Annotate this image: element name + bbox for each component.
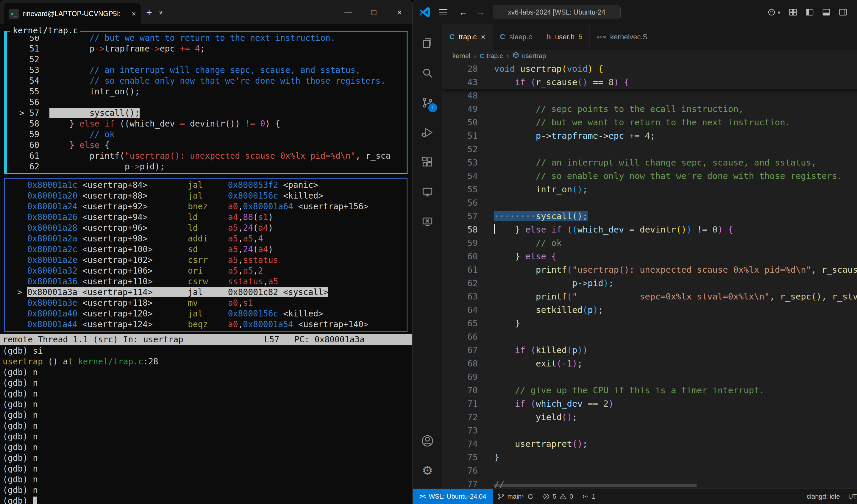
- token: [525, 345, 531, 355]
- token: }: [494, 318, 520, 329]
- settings-gear-icon[interactable]: ⚙: [413, 456, 442, 486]
- terminal-body[interactable]: kernel/trap.c 50 // but we want to retur…: [0, 24, 412, 504]
- token: , r_sca: [355, 151, 390, 161]
- token: <usertrap+140>: [293, 319, 369, 329]
- token: if: [515, 77, 525, 87]
- token: (gdb) n: [3, 442, 38, 452]
- token: ): [583, 77, 588, 87]
- breadcrumb-usertrap[interactable]: usertrap: [512, 51, 546, 61]
- tab-close-icon[interactable]: ×: [132, 9, 136, 18]
- account-icon[interactable]: [413, 426, 442, 456]
- gdb-asm-lines: 0x80001a1c <usertrap+84> jal 0x800053f2 …: [7, 180, 407, 330]
- remote-x-icon[interactable]: [413, 207, 442, 237]
- token: 8: [608, 77, 614, 87]
- gdb-asm-line: 0x80001a28 <usertrap+96> ld a5,24(a4): [7, 223, 407, 233]
- line-number: 60: [442, 250, 494, 263]
- token: (gdb) n: [3, 485, 38, 495]
- token: 0x80001a2c: [27, 245, 78, 254]
- token: killed: [536, 345, 567, 355]
- token: else: [80, 140, 99, 150]
- breadcrumb-trap-c[interactable]: C trap.c: [480, 52, 503, 60]
- chevron-down-icon[interactable]: ∨: [777, 10, 781, 15]
- token: printf: [536, 291, 567, 302]
- token: [208, 234, 228, 243]
- editor-line: 66: [442, 330, 857, 343]
- new-tab-button[interactable]: +: [146, 6, 152, 18]
- token: [494, 77, 515, 87]
- extensions-icon[interactable]: [413, 147, 442, 177]
- explorer-icon[interactable]: [413, 28, 442, 58]
- token: a5: [228, 234, 238, 243]
- token: 2: [603, 399, 608, 409]
- token: 0x80001a3a <usertrap+114> jal 0x80001c82…: [27, 287, 328, 297]
- token: a5: [228, 255, 238, 265]
- editor-layout-icon[interactable]: [789, 8, 797, 17]
- token: ;: [583, 184, 588, 195]
- error-icon: [542, 493, 550, 500]
- tab-user-h[interactable]: h user.h 5: [539, 24, 590, 50]
- command-center[interactable]: xv6-labs-2024 [WSL: Ubuntu-24: [493, 5, 621, 19]
- problems-status[interactable]: 5 0: [538, 493, 577, 500]
- token: yield: [536, 412, 562, 422]
- tab-sleep-c[interactable]: C sleep.c: [493, 24, 539, 50]
- token: if: [104, 119, 115, 129]
- tab-dropdown-icon[interactable]: ∨: [159, 9, 163, 16]
- token: (: [253, 245, 258, 254]
- terminal-tab[interactable]: >_ rinevard@LAPTOP-UCVNGP5I: ×: [4, 3, 141, 24]
- token: ((which_dev: [115, 119, 180, 129]
- copilot-icon[interactable]: ∨: [767, 8, 781, 17]
- encoding-status[interactable]: UTF-8: [844, 493, 857, 500]
- terminal-close-button[interactable]: ×: [387, 0, 412, 24]
- asm-file-icon: ASM: [597, 35, 606, 39]
- gdb-command-log[interactable]: (gdb) siusertrap () at kernel/trap.c:28(…: [3, 346, 412, 504]
- token: 58: [29, 119, 49, 129]
- token: (gdb): [3, 496, 33, 504]
- tab-close-icon[interactable]: ×: [481, 32, 485, 42]
- token: [546, 251, 551, 262]
- token: ,: [238, 234, 243, 243]
- token: r_scause: [536, 77, 577, 87]
- current-line-marker: [9, 151, 29, 161]
- vscode-minimize-button[interactable]: —: [851, 0, 857, 24]
- token: r_stval: [832, 291, 857, 302]
- token: 0x80001a36: [27, 276, 78, 286]
- editor[interactable]: 28void usertrap(void) {43 if (r_scause()…: [442, 62, 857, 488]
- remote-explorer-icon[interactable]: [413, 177, 442, 207]
- token: 0x80001a2e: [27, 255, 78, 265]
- menu-icon[interactable]: [439, 9, 448, 15]
- editor-line: 52: [442, 142, 857, 156]
- remote-indicator[interactable]: >< WSL: Ubuntu-24.04: [413, 489, 493, 504]
- language-server-status[interactable]: clangd: idle: [803, 493, 844, 500]
- token: usertrap: [3, 357, 43, 367]
- tab-trap-c[interactable]: C trap.c ×: [442, 24, 493, 50]
- code-area[interactable]: 28void usertrap(void) {43 if (r_scause()…: [442, 62, 857, 488]
- terminal-maximize-button[interactable]: □: [361, 0, 387, 24]
- token: [99, 119, 104, 129]
- toggle-sidebar-icon[interactable]: [805, 8, 814, 17]
- source-control-badge: 1: [428, 103, 437, 112]
- current-line-marker: >: [9, 108, 29, 118]
- back-arrow-icon[interactable]: ←: [459, 7, 468, 17]
- token: ld: [188, 212, 198, 222]
- gdb-source-line: 59 // ok: [9, 129, 407, 140]
- line-number: 48: [442, 89, 494, 102]
- horizontal-scrollbar[interactable]: [494, 484, 696, 487]
- source-control-icon[interactable]: 1: [413, 88, 442, 118]
- token: (: [572, 184, 577, 195]
- forward-arrow-icon[interactable]: →: [476, 7, 485, 17]
- token: [190, 44, 195, 54]
- breadcrumb-kernel[interactable]: kernel: [452, 52, 470, 60]
- branch-status[interactable]: main*: [493, 493, 538, 500]
- toggle-panel-icon[interactable]: [822, 8, 831, 17]
- terminal-minimize-button[interactable]: —: [335, 0, 361, 24]
- search-icon[interactable]: [413, 58, 442, 88]
- gdb-asm-line: 0x80001a2a <usertrap+98> addi a5,a5,4: [7, 233, 407, 244]
- token: !=: [245, 119, 255, 129]
- run-debug-icon[interactable]: [413, 118, 442, 147]
- tab-kernelvec-s[interactable]: ASM kernelvec.S: [590, 24, 655, 50]
- token: [49, 76, 89, 86]
- current-line-marker: [9, 44, 29, 54]
- ports-status[interactable]: 1: [577, 493, 600, 500]
- toggle-secondary-sidebar-icon[interactable]: [839, 8, 847, 17]
- warning-count: 0: [569, 493, 573, 500]
